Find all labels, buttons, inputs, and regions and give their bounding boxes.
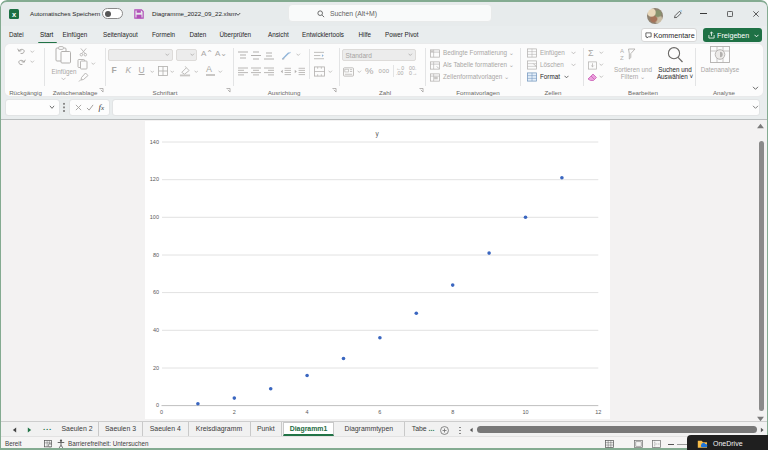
svg-text:40: 40	[153, 326, 159, 332]
svg-text:120: 120	[150, 176, 159, 182]
svg-text:A: A	[620, 48, 624, 54]
svg-text:6: 6	[378, 408, 381, 414]
svg-text:y: y	[375, 130, 379, 138]
svg-text:0: 0	[156, 402, 159, 408]
svg-text:100: 100	[150, 213, 159, 219]
svg-text:8: 8	[451, 408, 454, 414]
svg-text:12: 12	[595, 408, 601, 414]
svg-text:0: 0	[160, 408, 163, 414]
svg-text:2: 2	[233, 408, 236, 414]
svg-text:Z: Z	[620, 54, 624, 59]
svg-text:60: 60	[153, 289, 159, 295]
svg-text:4: 4	[306, 408, 309, 414]
svg-text:140: 140	[150, 138, 159, 144]
svg-text:10: 10	[522, 408, 528, 414]
svg-text:80: 80	[153, 251, 159, 257]
svg-text:20: 20	[153, 364, 159, 370]
